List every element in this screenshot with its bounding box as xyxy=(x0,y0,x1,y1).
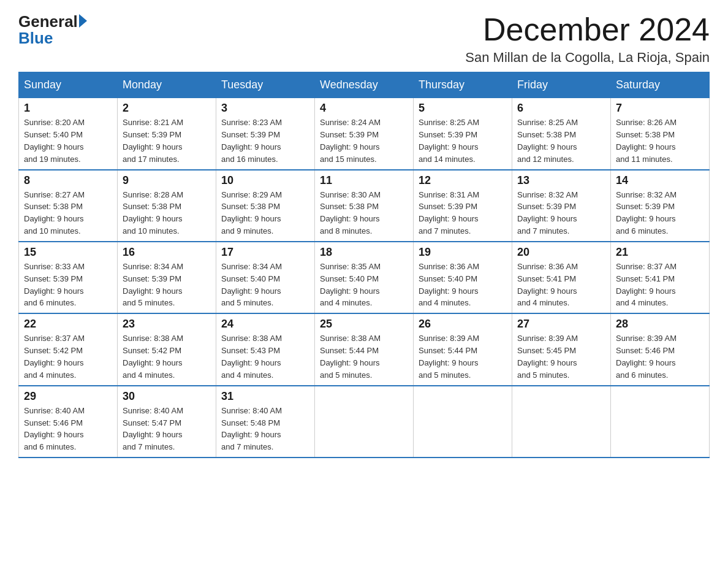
calendar-cell: 31 Sunrise: 8:40 AMSunset: 5:48 PMDaylig… xyxy=(216,386,315,458)
day-info: Sunrise: 8:39 AMSunset: 5:44 PMDaylight:… xyxy=(419,334,479,380)
day-number: 20 xyxy=(517,246,605,259)
day-number: 4 xyxy=(320,102,408,115)
calendar-cell: 7 Sunrise: 8:26 AMSunset: 5:38 PMDayligh… xyxy=(611,98,710,170)
calendar-cell: 18 Sunrise: 8:35 AMSunset: 5:40 PMDaylig… xyxy=(315,242,414,313)
calendar-cell: 24 Sunrise: 8:38 AMSunset: 5:43 PMDaylig… xyxy=(216,313,315,385)
calendar-cell: 20 Sunrise: 8:36 AMSunset: 5:41 PMDaylig… xyxy=(512,242,611,313)
day-number: 2 xyxy=(123,102,211,115)
calendar-cell: 1 Sunrise: 8:20 AMSunset: 5:40 PMDayligh… xyxy=(19,98,118,170)
day-number: 29 xyxy=(24,390,112,403)
calendar-cell: 14 Sunrise: 8:32 AMSunset: 5:39 PMDaylig… xyxy=(611,170,710,242)
calendar-cell: 13 Sunrise: 8:32 AMSunset: 5:39 PMDaylig… xyxy=(512,170,611,242)
day-number: 1 xyxy=(24,102,112,115)
day-info: Sunrise: 8:27 AMSunset: 5:38 PMDaylight:… xyxy=(24,190,85,236)
day-info: Sunrise: 8:36 AMSunset: 5:41 PMDaylight:… xyxy=(517,262,578,308)
calendar-cell: 9 Sunrise: 8:28 AMSunset: 5:38 PMDayligh… xyxy=(118,170,216,242)
day-info: Sunrise: 8:40 AMSunset: 5:47 PMDaylight:… xyxy=(123,406,183,452)
calendar-table: SundayMondayTuesdayWednesdayThursdayFrid… xyxy=(18,72,710,458)
calendar-cell: 19 Sunrise: 8:36 AMSunset: 5:40 PMDaylig… xyxy=(414,242,512,313)
calendar-cell xyxy=(414,386,512,458)
day-info: Sunrise: 8:25 AMSunset: 5:39 PMDaylight:… xyxy=(419,118,479,164)
day-number: 25 xyxy=(320,318,408,331)
day-number: 21 xyxy=(616,246,704,259)
day-number: 9 xyxy=(123,174,211,187)
week-row-3: 15 Sunrise: 8:33 AMSunset: 5:39 PMDaylig… xyxy=(19,242,710,313)
day-info: Sunrise: 8:29 AMSunset: 5:38 PMDaylight:… xyxy=(221,190,282,236)
calendar-cell xyxy=(611,386,710,458)
calendar-cell: 26 Sunrise: 8:39 AMSunset: 5:44 PMDaylig… xyxy=(414,313,512,385)
calendar-body: 1 Sunrise: 8:20 AMSunset: 5:40 PMDayligh… xyxy=(19,98,710,458)
day-info: Sunrise: 8:39 AMSunset: 5:46 PMDaylight:… xyxy=(616,334,677,380)
day-number: 30 xyxy=(123,390,211,403)
day-info: Sunrise: 8:37 AMSunset: 5:42 PMDaylight:… xyxy=(24,334,85,380)
day-number: 19 xyxy=(419,246,507,259)
day-number: 24 xyxy=(221,318,309,331)
day-info: Sunrise: 8:21 AMSunset: 5:39 PMDaylight:… xyxy=(123,118,183,164)
day-info: Sunrise: 8:39 AMSunset: 5:45 PMDaylight:… xyxy=(517,334,578,380)
calendar-cell: 25 Sunrise: 8:38 AMSunset: 5:44 PMDaylig… xyxy=(315,313,414,385)
day-info: Sunrise: 8:33 AMSunset: 5:39 PMDaylight:… xyxy=(24,262,85,308)
day-number: 23 xyxy=(123,318,211,331)
day-number: 17 xyxy=(221,246,309,259)
calendar-cell: 22 Sunrise: 8:37 AMSunset: 5:42 PMDaylig… xyxy=(19,313,118,385)
logo: General Blue xyxy=(18,12,87,48)
logo-blue-text: Blue xyxy=(18,29,53,48)
calendar-cell: 10 Sunrise: 8:29 AMSunset: 5:38 PMDaylig… xyxy=(216,170,315,242)
day-info: Sunrise: 8:38 AMSunset: 5:44 PMDaylight:… xyxy=(320,334,381,380)
calendar-cell: 28 Sunrise: 8:39 AMSunset: 5:46 PMDaylig… xyxy=(611,313,710,385)
calendar-cell: 15 Sunrise: 8:33 AMSunset: 5:39 PMDaylig… xyxy=(19,242,118,313)
calendar-cell: 6 Sunrise: 8:25 AMSunset: 5:38 PMDayligh… xyxy=(512,98,611,170)
day-number: 5 xyxy=(419,102,507,115)
calendar-cell xyxy=(512,386,611,458)
calendar-cell: 11 Sunrise: 8:30 AMSunset: 5:38 PMDaylig… xyxy=(315,170,414,242)
calendar-cell: 16 Sunrise: 8:34 AMSunset: 5:39 PMDaylig… xyxy=(118,242,216,313)
day-info: Sunrise: 8:20 AMSunset: 5:40 PMDaylight:… xyxy=(24,118,85,164)
calendar-cell: 27 Sunrise: 8:39 AMSunset: 5:45 PMDaylig… xyxy=(512,313,611,385)
calendar-cell: 23 Sunrise: 8:38 AMSunset: 5:42 PMDaylig… xyxy=(118,313,216,385)
calendar-cell: 2 Sunrise: 8:21 AMSunset: 5:39 PMDayligh… xyxy=(118,98,216,170)
day-number: 15 xyxy=(24,246,112,259)
day-number: 8 xyxy=(24,174,112,187)
day-info: Sunrise: 8:40 AMSunset: 5:46 PMDaylight:… xyxy=(24,406,85,452)
day-info: Sunrise: 8:32 AMSunset: 5:39 PMDaylight:… xyxy=(517,190,578,236)
header-row: SundayMondayTuesdayWednesdayThursdayFrid… xyxy=(19,72,710,98)
header-day-wednesday: Wednesday xyxy=(315,72,414,98)
day-info: Sunrise: 8:25 AMSunset: 5:38 PMDaylight:… xyxy=(517,118,578,164)
day-number: 31 xyxy=(221,390,309,403)
location-title: San Millan de la Cogolla, La Rioja, Spai… xyxy=(465,50,710,66)
calendar-cell: 30 Sunrise: 8:40 AMSunset: 5:47 PMDaylig… xyxy=(118,386,216,458)
day-number: 7 xyxy=(616,102,704,115)
day-info: Sunrise: 8:35 AMSunset: 5:40 PMDaylight:… xyxy=(320,262,381,308)
day-number: 18 xyxy=(320,246,408,259)
calendar-cell: 3 Sunrise: 8:23 AMSunset: 5:39 PMDayligh… xyxy=(216,98,315,170)
day-number: 27 xyxy=(517,318,605,331)
calendar-cell: 17 Sunrise: 8:34 AMSunset: 5:40 PMDaylig… xyxy=(216,242,315,313)
header-day-sunday: Sunday xyxy=(19,72,118,98)
week-row-5: 29 Sunrise: 8:40 AMSunset: 5:46 PMDaylig… xyxy=(19,386,710,458)
day-info: Sunrise: 8:32 AMSunset: 5:39 PMDaylight:… xyxy=(616,190,677,236)
header-day-tuesday: Tuesday xyxy=(216,72,315,98)
calendar-cell: 5 Sunrise: 8:25 AMSunset: 5:39 PMDayligh… xyxy=(414,98,512,170)
header-day-thursday: Thursday xyxy=(414,72,512,98)
calendar-cell: 4 Sunrise: 8:24 AMSunset: 5:39 PMDayligh… xyxy=(315,98,414,170)
day-info: Sunrise: 8:28 AMSunset: 5:38 PMDaylight:… xyxy=(123,190,183,236)
page-header: General Blue December 2024 San Millan de… xyxy=(18,12,710,66)
day-number: 12 xyxy=(419,174,507,187)
day-info: Sunrise: 8:24 AMSunset: 5:39 PMDaylight:… xyxy=(320,118,381,164)
day-info: Sunrise: 8:37 AMSunset: 5:41 PMDaylight:… xyxy=(616,262,677,308)
day-info: Sunrise: 8:31 AMSunset: 5:39 PMDaylight:… xyxy=(419,190,479,236)
day-info: Sunrise: 8:34 AMSunset: 5:40 PMDaylight:… xyxy=(221,262,282,308)
week-row-4: 22 Sunrise: 8:37 AMSunset: 5:42 PMDaylig… xyxy=(19,313,710,385)
day-number: 3 xyxy=(221,102,309,115)
calendar-cell xyxy=(315,386,414,458)
week-row-2: 8 Sunrise: 8:27 AMSunset: 5:38 PMDayligh… xyxy=(19,170,710,242)
calendar-cell: 8 Sunrise: 8:27 AMSunset: 5:38 PMDayligh… xyxy=(19,170,118,242)
month-title: December 2024 xyxy=(465,12,710,47)
day-info: Sunrise: 8:40 AMSunset: 5:48 PMDaylight:… xyxy=(221,406,282,452)
day-number: 11 xyxy=(320,174,408,187)
day-info: Sunrise: 8:36 AMSunset: 5:40 PMDaylight:… xyxy=(419,262,479,308)
day-info: Sunrise: 8:23 AMSunset: 5:39 PMDaylight:… xyxy=(221,118,282,164)
title-section: December 2024 San Millan de la Cogolla, … xyxy=(465,12,710,66)
header-day-monday: Monday xyxy=(118,72,216,98)
day-number: 6 xyxy=(517,102,605,115)
